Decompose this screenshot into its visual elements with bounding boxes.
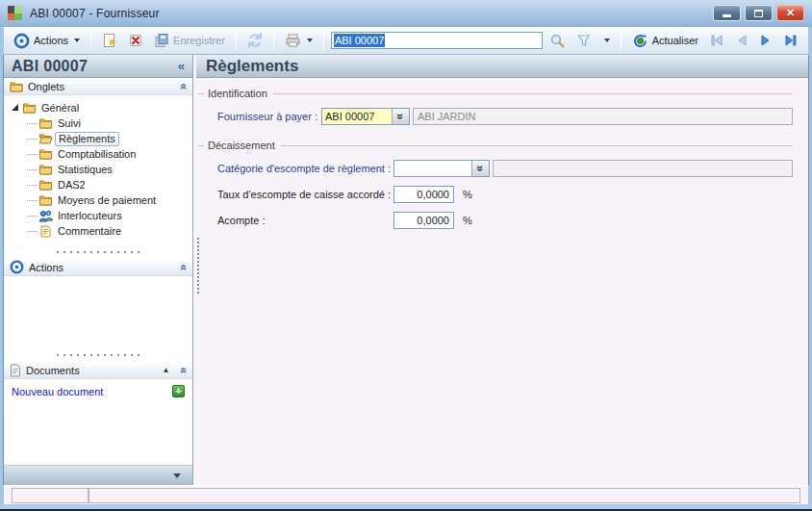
taux-input[interactable]: [393, 186, 454, 203]
collapse-single-icon[interactable]: ▲: [162, 366, 169, 374]
tree-item-label: Moyens de paiement: [58, 194, 156, 206]
nav-first-button[interactable]: [705, 32, 728, 49]
print-button[interactable]: [281, 31, 317, 50]
search-input[interactable]: ABI 00007: [331, 32, 543, 49]
expander-icon[interactable]: [12, 104, 18, 111]
search-icon: [549, 33, 566, 49]
acompte-input[interactable]: [393, 212, 454, 229]
tree-connector: [27, 231, 38, 232]
minimize-button[interactable]: [713, 5, 741, 21]
window-title: ABI 00007 - Fournisseur: [30, 7, 160, 20]
collapse-panel-icon[interactable]: »: [177, 367, 190, 373]
actions-menu-button[interactable]: Actions: [10, 31, 84, 51]
refresh-button[interactable]: [243, 31, 266, 50]
fournisseur-expand-button[interactable]: »: [392, 109, 409, 124]
new-document-row: Nouveau document +: [4, 379, 192, 397]
tree-item-comptabilisation[interactable]: Comptabilisation: [10, 146, 190, 162]
folder-icon: [38, 164, 53, 175]
nav-previous-button[interactable]: [731, 32, 752, 49]
actions-menu-label: Actions: [34, 35, 68, 46]
new-record-button[interactable]: [98, 31, 121, 50]
actions-caret-icon: [74, 38, 80, 42]
delete-record-button[interactable]: [124, 31, 147, 50]
taux-label: Taux d'escompte de caisse accordé :: [217, 189, 393, 200]
close-button[interactable]: ✕: [776, 5, 804, 21]
tree-item-label: Interlocuteurs: [58, 210, 122, 221]
collapse-sidebar-icon[interactable]: «: [178, 59, 185, 73]
fournisseur-value: ABI 00007: [322, 109, 392, 124]
tree-item-commentaire[interactable]: Commentaire: [10, 223, 190, 239]
nav-next-button[interactable]: [755, 32, 776, 49]
folder-open-icon: [38, 133, 53, 144]
tree-connector: [27, 216, 38, 217]
target-icon: [10, 260, 24, 274]
group-decaissement-title: Décaissement: [208, 140, 275, 151]
nav-last-button[interactable]: [779, 32, 802, 49]
app-window: ABI 00007 - Fournisseur ✕ Actions: [0, 0, 812, 511]
tree-item-general[interactable]: Général: [10, 100, 190, 115]
panel-actions-header[interactable]: Actions »: [4, 259, 192, 276]
tree-item-label: Suivi: [58, 117, 81, 129]
fournisseur-combobox[interactable]: ABI 00007 »: [321, 108, 410, 125]
close-icon: ✕: [786, 8, 795, 18]
splitter-grip[interactable]: [197, 238, 199, 294]
tabs-tree: Général Suivi Règlements: [4, 95, 192, 243]
tree-item-moyens-de-paiement[interactable]: Moyens de paiement: [10, 192, 190, 208]
form-area: Identification Fournisseur à payer : ABI…: [196, 78, 808, 229]
tree-item-interlocuteurs[interactable]: Interlocuteurs: [10, 208, 190, 223]
titlebar: ABI 00007 - Fournisseur ✕: [0, 0, 812, 27]
tree-item-label: Statistiques: [58, 164, 113, 175]
nav-last-icon: [783, 34, 799, 47]
tree-item-statistiques[interactable]: Statistiques: [10, 162, 190, 177]
tree-connector: [27, 139, 38, 140]
status-cell-right: [89, 488, 800, 503]
categorie-combobox[interactable]: »: [393, 160, 490, 177]
tree-item-label: DAS2: [58, 179, 86, 191]
panel-actions-title: Actions: [29, 262, 63, 273]
tree-item-label: Comptabilisation: [58, 148, 136, 160]
fournisseur-row: Fournisseur à payer : ABI 00007 » ABI JA…: [217, 108, 793, 125]
panel-documents-header[interactable]: Documents ▲ »: [4, 362, 192, 379]
toolbar-separator: [621, 31, 622, 50]
folder-icon: [22, 102, 37, 114]
save-label: Enregistrer: [173, 35, 225, 46]
fournisseur-name-field: ABI JARDIN: [413, 108, 793, 125]
documents-icon: [10, 364, 21, 377]
more-panels-icon[interactable]: [173, 473, 181, 478]
panel-splitter[interactable]: [57, 353, 140, 356]
note-icon: [38, 225, 53, 238]
panel-splitter[interactable]: [57, 250, 140, 253]
maximize-button[interactable]: [745, 5, 773, 21]
group-identification-title: Identification: [208, 88, 267, 99]
categorie-label: Catégorie d'escompte de règlement :: [217, 163, 393, 174]
sidebar: ABI 00007 « Onglets » Général: [4, 55, 193, 485]
collapse-panel-icon[interactable]: »: [177, 83, 190, 89]
folder-icon: [38, 148, 53, 160]
tree-item-label: Commentaire: [58, 225, 121, 237]
printer-icon: [285, 33, 301, 48]
status-bar: [4, 485, 808, 504]
taux-row: Taux d'escompte de caisse accordé : %: [217, 186, 793, 203]
filter-options-button[interactable]: [598, 37, 614, 44]
categorie-expand-button[interactable]: »: [471, 161, 489, 176]
app-logo-icon: [8, 6, 22, 20]
target-icon: [13, 33, 30, 49]
categorie-linked-field: [493, 160, 793, 177]
toolbar-separator: [236, 31, 237, 50]
record-header: ABI 00007 «: [4, 55, 192, 78]
add-document-button[interactable]: +: [172, 385, 185, 397]
filter-button[interactable]: [572, 31, 596, 50]
save-button[interactable]: Enregistrer: [150, 31, 229, 50]
panel-onglets-header[interactable]: Onglets »: [4, 78, 192, 95]
tree-item-das2[interactable]: DAS2: [10, 177, 190, 192]
collapse-panel-icon[interactable]: »: [177, 264, 190, 270]
tree-item-reglements[interactable]: Règlements: [10, 131, 190, 146]
tree-connector: [27, 169, 38, 170]
new-document-link[interactable]: Nouveau document: [12, 386, 103, 397]
new-record-icon: [102, 33, 117, 48]
actions-panel-body: [4, 276, 192, 345]
tree-item-suivi[interactable]: Suivi: [10, 115, 190, 131]
search-button[interactable]: [546, 31, 570, 51]
folder-icon: [38, 194, 53, 206]
refresh-data-button[interactable]: Actualiser: [628, 31, 702, 51]
